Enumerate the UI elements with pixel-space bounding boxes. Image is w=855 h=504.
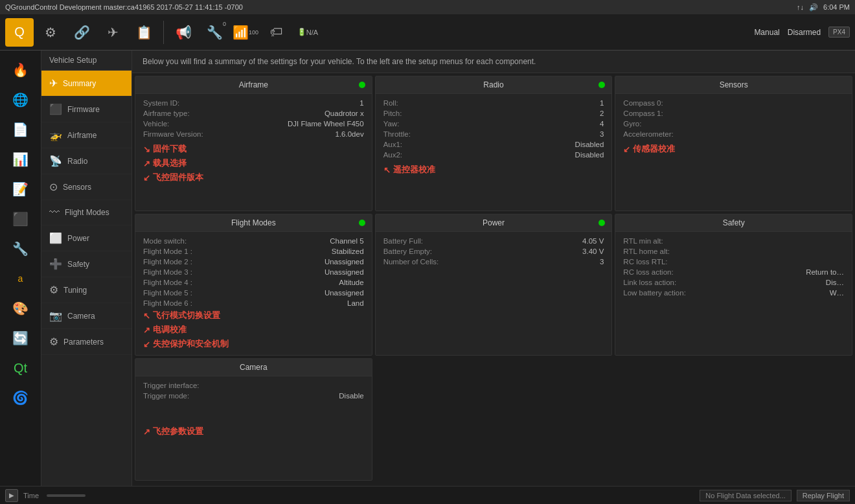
fm-row-mode2: Flight Mode 2 : Unassigned [143, 258, 364, 266]
safety-icon: ➕ [49, 258, 62, 270]
camera-row-trigger-interface: Trigger interface: [143, 382, 364, 389]
sidebar-icon-paint[interactable]: 🎨 [6, 294, 35, 323]
safety-row-low-battery: Low battery action: W… [623, 289, 844, 297]
content-area: Below you will find a summary of the set… [132, 51, 855, 486]
replay-flight-button[interactable]: Replay Flight [797, 490, 850, 501]
radio-status-dot [598, 82, 605, 88]
sidebar-icon-files[interactable]: 📄 [6, 115, 35, 144]
sensors-row-compass0: Compass 0: [623, 99, 844, 107]
radio-row-throttle: Throttle: 3 [383, 130, 604, 138]
power-row-cells: Number of Cells: 3 [383, 258, 604, 266]
power-card: Power Battery Full: 4.05 V Battery Empty… [375, 214, 613, 356]
safety-card-header: Safety [615, 214, 852, 232]
sidebar-icon-spreadsheet[interactable]: 📊 [6, 145, 35, 174]
flight-modes-card: Flight Modes Mode switch: Channel 5 Flig… [135, 214, 372, 356]
sidebar-icon-writer[interactable]: 📝 [6, 175, 35, 203]
toolbar-vehicle-icon[interactable]: 🔗 [67, 18, 96, 47]
toolbar-mode-status: Manual [754, 28, 779, 37]
sidebar-icon-qt[interactable]: Qt [6, 354, 35, 382]
sidebar-item-power[interactable]: ⬜ Power [41, 225, 131, 251]
sidebar-item-sensors[interactable]: ⊙ Sensors [41, 174, 131, 200]
sidebar-item-tuning[interactable]: ⚙ Tuning [41, 277, 131, 303]
annotation-parameters: ↗ 飞控参数设置 [143, 426, 364, 437]
sidebar-item-summary[interactable]: ✈ Summary [41, 71, 131, 97]
play-button[interactable]: ▶ [5, 489, 18, 502]
sidebar-item-parameters-label: Parameters [63, 338, 104, 347]
sidebar-item-radio[interactable]: 📡 Radio [41, 148, 131, 174]
airframe-annotations: ↘ 固件下载 ↗ 载具选择 ↙ 飞控固件版本 [143, 143, 364, 183]
summary-icon: ✈ [49, 77, 58, 89]
sidebar-icon-system[interactable]: 🔧 [6, 235, 35, 263]
no-flight-data-label: No Flight Data selected... [700, 490, 792, 501]
sidebar-item-airframe[interactable]: 🚁 Airframe [41, 122, 131, 148]
sensors-icon: ⊙ [49, 181, 58, 193]
sensors-card-header: Sensors [615, 76, 852, 94]
sidebar-item-firmware[interactable]: ⬛ Firmware [41, 97, 131, 122]
toolbar-plan-icon[interactable]: ✈ [98, 18, 127, 47]
power-row-empty: Battery Empty: 3.40 V [383, 247, 604, 255]
flight-modes-card-body: Mode switch: Channel 5 Flight Mode 1 : S… [135, 232, 372, 355]
power-card-header: Power [376, 214, 612, 232]
airframe-icon: 🚁 [49, 129, 62, 141]
sensors-row-compass1: Compass 1: [623, 109, 844, 117]
camera-card-header: Camera [135, 359, 372, 376]
sidebar-icon-firefox[interactable]: 🌐 [6, 86, 35, 114]
sidebar-item-flight-modes[interactable]: 〰 Flight Modes [41, 200, 131, 225]
sidebar-item-safety-label: Safety [67, 260, 89, 269]
flight-modes-status-dot [359, 220, 365, 226]
power-status-dot [598, 220, 605, 226]
annotation-flight-modes: ↖ 飞行模式切换设置 [143, 310, 364, 321]
titlebar: QGroundControl Development master:ca4196… [0, 0, 855, 14]
firmware-icon: ⬛ [49, 103, 62, 115]
sidebar-item-power-label: Power [67, 234, 89, 243]
radio-row-aux1: Aux1: Disabled [383, 141, 604, 148]
radio-row-aux2: Aux2: Disabled [383, 151, 604, 159]
toolbar-battery-icon: 🔋 N/A [293, 18, 322, 47]
sidebar-icon-terminal[interactable]: ⬛ [6, 205, 35, 233]
sensors-card: Sensors Compass 0: Compass 1: Gyro: Acce… [615, 76, 852, 211]
time-scrubber[interactable] [47, 494, 86, 497]
sidebar-icon-update[interactable]: 🔄 [6, 324, 35, 352]
power-row-full: Battery Full: 4.05 V [383, 237, 604, 245]
toolbar-qgc-icon[interactable]: Q [5, 18, 34, 47]
toolbar-signal-icon[interactable]: 📶100 [231, 18, 260, 47]
sidebar-icon-ubuntu[interactable]: 🔥 [6, 56, 35, 84]
annotation-sensor-calibration: ↙ 传感器校准 [623, 143, 844, 155]
flight-modes-icon: 〰 [49, 207, 60, 218]
toolbar-wrench-icon[interactable]: 🔧 0 [200, 18, 229, 47]
safety-row-rtl-min: RTL min alt: [623, 237, 844, 245]
annotation-firmware-download: ↘ 固件下载 [143, 143, 364, 155]
toolbar-settings-icon[interactable]: ⚙ [36, 18, 65, 47]
safety-card: Safety RTL min alt: RTL home alt: RC los… [615, 214, 852, 356]
fm-row-mode5: Flight Mode 5 : Unassigned [143, 289, 364, 297]
camera-icon: 📷 [49, 310, 62, 322]
tuning-icon: ⚙ [49, 284, 58, 296]
safety-row-rtl-home: RTL home alt: [623, 247, 844, 255]
toolbar: Q ⚙ 🔗 ✈ 📋 📢 🔧 0 📶100 🏷 🔋 N/A Manual Disa… [0, 14, 855, 51]
radio-card-header: Radio [376, 76, 612, 94]
sidebar-item-safety[interactable]: ➕ Safety [41, 251, 131, 277]
sidebar-item-camera[interactable]: 📷 Camera [41, 303, 131, 329]
main-area: 🔥 🌐 📄 📊 📝 ⬛ 🔧 a 🎨 🔄 Qt 🌀 Vehicle Setup ✈… [0, 51, 855, 486]
airframe-row-type: Airframe type: Quadrotor x [143, 109, 364, 117]
airframe-row-systemid: System ID: 1 [143, 99, 364, 107]
radio-row-roll: Roll: 1 [383, 99, 604, 107]
sidebar-item-parameters[interactable]: ⚙ Parameters [41, 329, 131, 355]
safety-row-rc-loss-rtl: RC loss RTL: [623, 258, 844, 266]
toolbar-fly-icon[interactable]: 📋 [130, 18, 158, 47]
sidebar-item-flight-modes-label: Flight Modes [65, 208, 109, 217]
sidebar-icon-bottom[interactable]: 🌀 [6, 384, 35, 412]
toolbar-divider-1 [163, 21, 164, 44]
toolbar-audio-icon[interactable]: 📢 [169, 18, 198, 47]
sidebar-icon-amazon[interactable]: a [6, 264, 35, 293]
annotation-radio-calibration: ↖ 遥控器校准 [383, 164, 604, 176]
annotation-firmware-version: ↙ 飞控固件版本 [143, 172, 364, 183]
airframe-row-firmware: Firmware Version: 1.6.0dev [143, 130, 364, 138]
toolbar-tag-icon[interactable]: 🏷 [262, 18, 291, 47]
toolbar-armed-status: Disarmed [788, 28, 821, 37]
fm-row-mode-switch: Mode switch: Channel 5 [143, 237, 364, 245]
radio-icon: 📡 [49, 155, 62, 167]
sensors-row-gyro: Gyro: [623, 120, 844, 128]
safety-row-link-loss: Link loss action: Dis… [623, 279, 844, 286]
sensors-card-body: Compass 0: Compass 1: Gyro: Acceleromete… [615, 94, 852, 211]
